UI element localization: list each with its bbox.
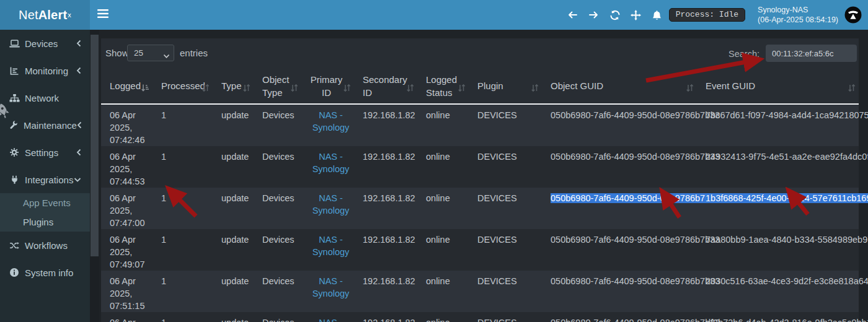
chevron-down-icon (74, 177, 81, 183)
column-header-processed[interactable]: Processed (153, 69, 213, 104)
logo-text-sup: x (68, 11, 71, 19)
notifications-bell-icon[interactable] (647, 0, 668, 30)
cell-event_guid: 24932413-9f75-4e51-aa2e-eae92fa4dc0f (697, 146, 859, 188)
cell-logged_status: online (417, 104, 469, 146)
chevron-left-icon (76, 67, 81, 74)
search-input[interactable] (766, 45, 857, 62)
column-header-event-guid[interactable]: Event GUID (697, 69, 859, 104)
app-logo[interactable]: NetAlertx (0, 0, 90, 30)
column-header-secondary-id[interactable]: Secondary ID (354, 69, 417, 104)
info-circle-icon (9, 268, 20, 277)
entries-label: entries (180, 48, 208, 58)
column-header-logged[interactable]: Logged (101, 69, 153, 104)
scrollbar-thumb[interactable] (91, 35, 99, 256)
table-row[interactable]: 06 Apr 2025, 07:53:221updateDevicesNAS -… (101, 312, 859, 322)
sidebar-item-settings[interactable]: Settings (0, 139, 90, 166)
cell-logged: 06 Apr 2025, 07:49:07 (101, 229, 153, 271)
sort-desc-icon[interactable] (141, 82, 149, 95)
table-controls: Show 25 entries Search: (101, 43, 859, 63)
table-row[interactable]: 06 Apr 2025, 07:49:071updateDevicesNAS -… (101, 229, 859, 271)
table-body: 06 Apr 2025, 07:42:461updateDevicesNAS -… (101, 104, 859, 322)
cell-object_guid: 050b6980-7af6-4409-950d-08e9786b7b33 (542, 312, 697, 322)
events-table: Logged Processed Type Object Type Primar… (101, 69, 859, 322)
selected-guid-text: 1b3f6868-425f-4e00-8514-57e7611cb169 (706, 193, 868, 203)
vertical-scrollbar[interactable] (90, 30, 99, 322)
cell-processed: 1 (153, 146, 213, 188)
device-link[interactable]: NAS - Synology (312, 318, 350, 322)
show-label: Show (105, 48, 129, 58)
column-header-plugin[interactable]: Plugin (469, 69, 542, 104)
cell-secondary_id: 192.168.1.82 (354, 188, 417, 229)
cell-object_guid: 050b6980-7af6-4409-950d-08e9786b7b33 (542, 271, 697, 312)
cell-object_guid: 050b6980-7af6-4409-950d-08e9786b7b33 (542, 104, 697, 146)
column-header-object-type[interactable]: Object Type (254, 69, 301, 104)
column-header-primary-id[interactable]: Primary ID (301, 69, 354, 104)
cell-object_type: Devices (254, 229, 301, 271)
sort-both-icon[interactable] (531, 82, 539, 95)
sort-both-icon[interactable] (343, 82, 351, 95)
sort-both-icon[interactable] (406, 82, 414, 95)
sort-both-icon[interactable] (458, 82, 466, 95)
nav-back-icon[interactable] (562, 0, 583, 30)
sitemap-icon (9, 94, 20, 103)
cell-object_type: Devices (254, 146, 301, 188)
sidebar-item-maintenance[interactable]: Maintenance (0, 111, 90, 139)
cell-event_guid: df3b73b6-d4ab-42d3-816e-9fb2ac5c9bb1 (697, 312, 859, 322)
user-avatar[interactable] (844, 6, 862, 24)
column-header-logged-status[interactable]: Logged Status (417, 69, 469, 104)
rocket-icon[interactable] (0, 103, 11, 121)
sidebar-item-network[interactable]: Network (0, 84, 90, 111)
sort-both-icon[interactable] (848, 82, 856, 95)
cell-event_guid: 2030c516-63ae-4ce3-9d2f-e3c8e818a641 (697, 271, 859, 312)
cell-logged: 06 Apr 2025, 07:42:46 (101, 104, 153, 146)
laptop-icon (9, 39, 20, 48)
table-row[interactable]: 06 Apr 2025, 07:51:151updateDevicesNAS -… (101, 271, 859, 312)
move-icon[interactable] (626, 0, 647, 30)
sort-both-icon[interactable] (290, 82, 298, 95)
nav-forward-icon[interactable] (583, 0, 604, 30)
table-row[interactable]: 06 Apr 2025, 07:42:461updateDevicesNAS -… (101, 104, 859, 146)
sort-both-icon[interactable] (686, 82, 694, 95)
cell-event_guid: 7aa80bb9-1aea-4840-b334-5584989eb972 (697, 229, 859, 271)
device-link[interactable]: NAS - Synology (312, 193, 350, 215)
cell-plugin: DEVICES (469, 229, 542, 271)
cell-object_type: Devices (254, 312, 301, 322)
sidebar-item-plugins[interactable]: Plugins (0, 212, 90, 232)
sidebar-item-devices[interactable]: Devices (0, 30, 90, 57)
sidebar-item-app-events[interactable]: App Events (0, 193, 90, 212)
column-header-object-guid[interactable]: Object GUID (542, 69, 697, 104)
search-label: Search: (728, 49, 760, 59)
device-link[interactable]: NAS - Synology (312, 276, 350, 298)
cell-object_guid: 050b6980-7af6-4409-950d-08e9786b7b33 (542, 146, 697, 188)
cell-secondary_id: 192.168.1.82 (354, 229, 417, 271)
cell-primary_id: NAS - Synology (301, 104, 354, 146)
cell-processed: 1 (153, 104, 213, 146)
cell-logged_status: online (417, 229, 469, 271)
sort-both-icon[interactable] (202, 82, 210, 95)
cell-event_guid: 1b3f6868-425f-4e00-8514-57e7611cb169 (697, 188, 859, 229)
device-link[interactable]: NAS - Synology (312, 235, 350, 257)
device-link[interactable]: NAS - Synology (312, 110, 350, 133)
chevron-left-icon (76, 149, 81, 156)
sidebar-item-workflows[interactable]: Workflows (0, 232, 90, 259)
cell-plugin: DEVICES (469, 271, 542, 312)
sidebar-toggle-icon[interactable] (97, 9, 108, 21)
cell-plugin: DEVICES (469, 188, 542, 229)
cell-secondary_id: 192.168.1.82 (354, 146, 417, 188)
sidebar-item-system-info[interactable]: System info (0, 259, 90, 286)
column-header-type[interactable]: Type (213, 69, 254, 104)
cell-secondary_id: 192.168.1.82 (354, 271, 417, 312)
sort-both-icon[interactable] (242, 82, 250, 95)
cell-type: update (213, 229, 254, 271)
cell-object_guid: 050b6980-7af6-4409-950d-08e9786b7b33 (542, 229, 697, 271)
refresh-icon[interactable] (604, 0, 626, 30)
page-size-select[interactable]: 25 (127, 45, 174, 61)
table-row[interactable]: 06 Apr 2025, 07:47:001updateDevicesNAS -… (101, 188, 859, 229)
cell-object_guid: 050b6980-7af6-4409-950d-08e9786b7b33 (542, 188, 697, 229)
table-row[interactable]: 06 Apr 2025, 07:44:531updateDevicesNAS -… (101, 146, 859, 188)
cell-object_type: Devices (254, 271, 301, 312)
sidebar-label-integrations: Integrations (25, 175, 73, 185)
sidebar-item-integrations[interactable]: Integrations (0, 166, 90, 193)
sidebar-item-monitoring[interactable]: Monitoring (0, 57, 90, 84)
device-link[interactable]: NAS - Synology (312, 152, 350, 174)
